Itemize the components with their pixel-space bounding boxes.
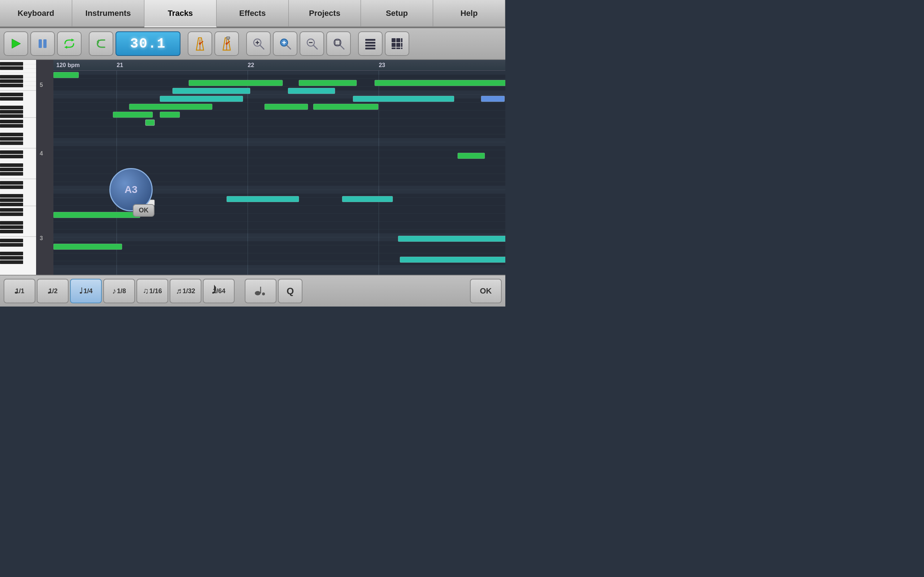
- 32nd-note-label: 1/32: [183, 287, 195, 295]
- time-display: 30.1: [115, 31, 181, 56]
- tab-tracks[interactable]: Tracks: [144, 0, 216, 27]
- svg-rect-147: [53, 249, 505, 257]
- svg-rect-87: [0, 239, 23, 242]
- ok-button[interactable]: OK: [470, 279, 502, 303]
- eighth-note-icon: ♪: [112, 286, 116, 296]
- note-32nd-button[interactable]: ♬ 1/32: [170, 279, 201, 303]
- pause-button[interactable]: [30, 31, 55, 56]
- svg-line-21: [287, 45, 291, 49]
- toolbar: 30.1: [0, 28, 505, 60]
- half-note-label: 1/2: [48, 287, 57, 295]
- svg-rect-36: [401, 38, 402, 42]
- tab-instruments[interactable]: Instruments: [72, 0, 144, 27]
- zoom-fit-button[interactable]: [326, 31, 351, 56]
- zoom-out-button[interactable]: [300, 31, 324, 56]
- list-view-button[interactable]: [358, 31, 383, 56]
- svg-rect-38: [396, 43, 400, 47]
- svg-rect-86: [0, 230, 23, 233]
- note-whole-button[interactable]: 𝅝 1/1: [3, 279, 36, 303]
- zoom-in-button[interactable]: [246, 31, 271, 56]
- sixteenth-note-icon: ♫: [142, 286, 149, 296]
- 64th-note-label: 1/64: [213, 287, 225, 295]
- svg-rect-91: [0, 260, 23, 264]
- ruler: 120 bpm 21 22 23: [53, 60, 505, 71]
- popup-ok-button[interactable]: OK: [133, 204, 155, 217]
- note-label: A3: [124, 184, 137, 195]
- svg-rect-74: [0, 163, 23, 167]
- undo-button[interactable]: [89, 31, 113, 56]
- svg-rect-71: [0, 141, 23, 145]
- svg-rect-156: [353, 96, 454, 102]
- metronome-settings-button[interactable]: [215, 31, 239, 56]
- svg-rect-153: [173, 88, 250, 94]
- tab-help[interactable]: Help: [433, 0, 505, 27]
- svg-rect-155: [160, 96, 243, 102]
- quantize-button[interactable]: Q: [278, 279, 302, 303]
- svg-rect-163: [145, 120, 155, 126]
- svg-rect-2: [43, 39, 47, 48]
- svg-rect-84: [0, 221, 23, 225]
- piano-keyboard[interactable]: 5 4 3: [0, 60, 53, 275]
- svg-rect-65: [0, 110, 23, 114]
- note-half-button[interactable]: 𝅗 1/2: [37, 279, 69, 303]
- tab-projects[interactable]: Projects: [289, 0, 361, 27]
- tab-effects[interactable]: Effects: [216, 0, 289, 27]
- svg-rect-62: [0, 93, 23, 96]
- svg-rect-85: [0, 226, 23, 229]
- svg-rect-34: [392, 38, 396, 42]
- 32nd-note-icon: ♬: [176, 286, 182, 296]
- eighth-note-label: 1/8: [117, 287, 126, 295]
- svg-rect-168: [53, 212, 140, 218]
- svg-rect-76: [0, 172, 23, 176]
- svg-rect-171: [53, 244, 122, 250]
- ok-label: OK: [480, 286, 492, 296]
- dotted-note-button[interactable]: [245, 279, 276, 303]
- main-area: 5 4 3 120 bpm 21 22 23: [0, 60, 505, 275]
- svg-rect-161: [113, 112, 153, 118]
- quarter-note-label: 1/4: [83, 287, 92, 295]
- loop-button[interactable]: [57, 31, 82, 56]
- svg-rect-165: [458, 153, 485, 159]
- svg-rect-152: [375, 80, 505, 86]
- svg-marker-4: [64, 46, 67, 49]
- svg-rect-1: [39, 39, 42, 48]
- metronome-button[interactable]: [188, 31, 212, 56]
- svg-rect-33: [365, 48, 375, 49]
- play-button[interactable]: [3, 31, 28, 56]
- tab-setup[interactable]: Setup: [361, 0, 433, 27]
- svg-rect-73: [0, 155, 23, 158]
- svg-rect-69: [0, 133, 23, 136]
- note-eighth-button[interactable]: ♪ 1/8: [103, 279, 135, 303]
- zoom-in-plus-button[interactable]: [273, 31, 297, 56]
- svg-rect-83: [0, 213, 23, 216]
- nav-tabs: Keyboard Instruments Tracks Effects Proj…: [0, 0, 505, 28]
- svg-point-9: [199, 43, 201, 45]
- grid-view-button[interactable]: [385, 31, 409, 56]
- svg-rect-57: [0, 62, 23, 66]
- svg-rect-75: [0, 168, 23, 171]
- svg-rect-35: [396, 38, 400, 42]
- svg-rect-135: [53, 130, 505, 138]
- svg-rect-81: [0, 203, 23, 206]
- tab-keyboard[interactable]: Keyboard: [0, 0, 72, 27]
- svg-text:5: 5: [40, 82, 43, 88]
- svg-rect-166: [227, 196, 299, 202]
- svg-rect-29: [335, 40, 340, 45]
- svg-rect-59: [0, 75, 23, 79]
- ruler-marker-23: 23: [379, 62, 385, 69]
- svg-rect-77: [0, 181, 23, 185]
- note-sixteenth-button[interactable]: ♫ 1/16: [136, 279, 168, 303]
- svg-rect-61: [0, 84, 23, 87]
- svg-point-15: [228, 37, 229, 39]
- svg-rect-172: [400, 257, 505, 263]
- svg-rect-58: [0, 66, 23, 70]
- svg-rect-37: [392, 43, 396, 47]
- svg-rect-32: [365, 45, 375, 47]
- note-64th-button[interactable]: 𝅘𝅥𝅱 1/64: [203, 279, 234, 303]
- svg-text:4: 4: [40, 150, 43, 156]
- svg-rect-88: [0, 243, 23, 247]
- svg-rect-40: [392, 48, 396, 49]
- tracks-area[interactable]: A3 OK: [53, 71, 505, 275]
- svg-rect-30: [365, 39, 375, 41]
- note-quarter-button[interactable]: ♩ 1/4: [70, 279, 102, 303]
